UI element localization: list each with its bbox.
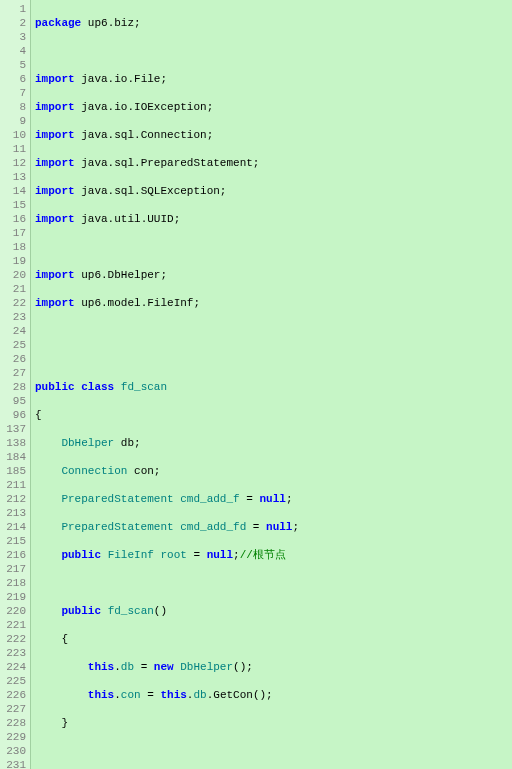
code-line[interactable]: [35, 324, 512, 338]
line-num: 223: [2, 646, 26, 660]
line-num: 184: [2, 450, 26, 464]
code-line[interactable]: PreparedStatement cmd_add_f = null;: [35, 492, 512, 506]
line-num: 19: [2, 254, 26, 268]
code-line[interactable]: import java.sql.SQLException;: [35, 184, 512, 198]
line-num: 211: [2, 478, 26, 492]
line-num: 14: [2, 184, 26, 198]
code-line[interactable]: this.db = new DbHelper();: [35, 660, 512, 674]
code-line[interactable]: public FileInf root = null;//根节点: [35, 548, 512, 562]
code-line[interactable]: this.con = this.db.GetCon();: [35, 688, 512, 702]
code-line[interactable]: [35, 352, 512, 366]
line-num: 7: [2, 86, 26, 100]
line-num: 218: [2, 576, 26, 590]
line-num: 227: [2, 702, 26, 716]
line-num: 15: [2, 198, 26, 212]
line-num: 213: [2, 506, 26, 520]
line-num: 9: [2, 114, 26, 128]
code-line[interactable]: import up6.DbHelper;: [35, 268, 512, 282]
line-num: 212: [2, 492, 26, 506]
code-line[interactable]: [35, 744, 512, 758]
line-num: 217: [2, 562, 26, 576]
line-num: 23: [2, 310, 26, 324]
line-num: 16: [2, 212, 26, 226]
line-num: 224: [2, 660, 26, 674]
line-num: 25: [2, 338, 26, 352]
line-num: 22: [2, 296, 26, 310]
line-num: 137: [2, 422, 26, 436]
code-line[interactable]: import java.sql.Connection;: [35, 128, 512, 142]
line-num: 24: [2, 324, 26, 338]
line-num: 222: [2, 632, 26, 646]
code-line[interactable]: import java.io.File;: [35, 72, 512, 86]
code-line[interactable]: import java.sql.PreparedStatement;: [35, 156, 512, 170]
line-num: 185: [2, 464, 26, 478]
line-num: 4: [2, 44, 26, 58]
code-line[interactable]: import up6.model.FileInf;: [35, 296, 512, 310]
line-num: 95: [2, 394, 26, 408]
line-gutter: 1 2 3 4 5 6 7 8 9 10 11 12 13 14 15 16 1…: [0, 0, 31, 769]
line-num: 6: [2, 72, 26, 86]
code-line[interactable]: import java.util.UUID;: [35, 212, 512, 226]
line-num: 230: [2, 744, 26, 758]
code-line[interactable]: [35, 44, 512, 58]
line-num: 20: [2, 268, 26, 282]
code-line[interactable]: DbHelper db;: [35, 436, 512, 450]
code-line[interactable]: {: [35, 408, 512, 422]
code-line[interactable]: }: [35, 716, 512, 730]
line-num: 26: [2, 352, 26, 366]
line-num: 219: [2, 590, 26, 604]
code-line[interactable]: PreparedStatement cmd_add_fd = null;: [35, 520, 512, 534]
line-num: 229: [2, 730, 26, 744]
line-num: 226: [2, 688, 26, 702]
line-num: 8: [2, 100, 26, 114]
code-line[interactable]: {: [35, 632, 512, 646]
code-line[interactable]: public fd_scan(): [35, 604, 512, 618]
line-num: 1: [2, 2, 26, 16]
code-line[interactable]: [35, 576, 512, 590]
code-line[interactable]: public class fd_scan: [35, 380, 512, 394]
line-num: 221: [2, 618, 26, 632]
line-num: 96: [2, 408, 26, 422]
line-num: 3: [2, 30, 26, 44]
code-line[interactable]: Connection con;: [35, 464, 512, 478]
line-num: 27: [2, 366, 26, 380]
line-num: 11: [2, 142, 26, 156]
line-num: 10: [2, 128, 26, 142]
line-num: 225: [2, 674, 26, 688]
line-num: 21: [2, 282, 26, 296]
line-num: 215: [2, 534, 26, 548]
code-line[interactable]: import java.io.IOException;: [35, 100, 512, 114]
line-num: 18: [2, 240, 26, 254]
line-num: 138: [2, 436, 26, 450]
code-editor[interactable]: 1 2 3 4 5 6 7 8 9 10 11 12 13 14 15 16 1…: [0, 0, 512, 769]
line-num: 2: [2, 16, 26, 30]
line-num: 216: [2, 548, 26, 562]
code-line[interactable]: [35, 240, 512, 254]
line-num: 13: [2, 170, 26, 184]
line-num: 5: [2, 58, 26, 72]
code-line[interactable]: package up6.biz;: [35, 16, 512, 30]
code-area[interactable]: package up6.biz; import java.io.File; im…: [31, 0, 512, 769]
line-num: 228: [2, 716, 26, 730]
line-num: 12: [2, 156, 26, 170]
line-num: 214: [2, 520, 26, 534]
line-num: 231: [2, 758, 26, 769]
line-num: 220: [2, 604, 26, 618]
line-num: 28: [2, 380, 26, 394]
line-num: 17: [2, 226, 26, 240]
